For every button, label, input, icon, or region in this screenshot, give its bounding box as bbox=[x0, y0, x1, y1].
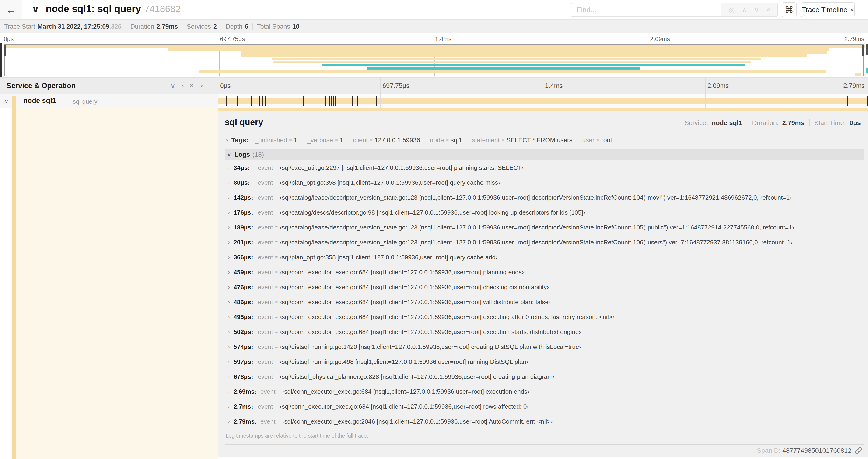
minimap-right-scrubber[interactable] bbox=[862, 45, 864, 56]
log-marker-tick[interactable] bbox=[265, 96, 266, 106]
log-row[interactable]: ›502μs:event=‹sql/conn_executor_exec.go:… bbox=[225, 324, 864, 339]
logs-header[interactable]: ∨ Logs (18) bbox=[225, 149, 864, 160]
tag-item[interactable]: statement=SELECT * FROM users bbox=[467, 137, 578, 144]
tag-item[interactable]: node=sql1 bbox=[425, 137, 467, 144]
chevron-right-icon[interactable]: › bbox=[228, 269, 230, 275]
log-row[interactable]: ›574μs:event=‹sql/distsql_running.go:142… bbox=[225, 339, 864, 354]
equals-icon: = bbox=[275, 269, 278, 275]
chevron-right-icon[interactable]: › bbox=[228, 254, 230, 261]
copy-link-icon[interactable] bbox=[855, 447, 862, 454]
log-marker-tick[interactable] bbox=[376, 96, 377, 106]
keyboard-shortcuts-button[interactable]: ⌘ bbox=[782, 2, 797, 17]
summary-label: Start Time: bbox=[814, 119, 848, 126]
log-row[interactable]: ›2.69ms:event=‹sql/conn_executor_exec.go… bbox=[225, 384, 864, 399]
chevron-right-icon[interactable]: › bbox=[228, 209, 230, 216]
divider bbox=[747, 120, 747, 126]
chevron-right-icon[interactable]: › bbox=[228, 403, 230, 410]
span-collapse-chevron-icon[interactable]: ∨ bbox=[4, 97, 9, 105]
log-marker-tick[interactable] bbox=[334, 96, 334, 106]
log-marker-tick[interactable] bbox=[329, 96, 330, 106]
log-marker-tick[interactable] bbox=[303, 96, 304, 106]
chevron-right-icon[interactable]: › bbox=[228, 239, 230, 245]
log-marker-tick[interactable] bbox=[325, 96, 326, 106]
chevron-right-icon[interactable]: › bbox=[228, 299, 230, 305]
log-row[interactable]: ›366μs:event=‹sql/plan_opt.go:358 [nsql1… bbox=[225, 250, 864, 265]
tag-key: node bbox=[430, 137, 444, 144]
column-resizer[interactable]: ‖ bbox=[214, 87, 217, 94]
chevron-right-icon[interactable]: › bbox=[228, 314, 230, 320]
expand-one-icon[interactable]: › bbox=[182, 81, 184, 90]
divider bbox=[221, 23, 221, 30]
log-marker-tick[interactable] bbox=[847, 96, 848, 106]
log-row[interactable]: ›2.79ms:event=‹sql/conn_executor_exec.go… bbox=[225, 414, 864, 429]
next-match-icon[interactable]: ∨ bbox=[754, 6, 759, 14]
tag-item[interactable]: _verbose=1 bbox=[302, 137, 348, 144]
log-row[interactable]: ›495μs:event=‹sql/conn_executor_exec.go:… bbox=[225, 309, 864, 324]
log-row[interactable]: ›142μs:event=‹sql/catalog/lease/descript… bbox=[225, 190, 864, 205]
minimap-canvas[interactable] bbox=[4, 44, 864, 76]
log-row[interactable]: ›34μs:event=‹sql/exec_util.go:2297 [nsql… bbox=[225, 160, 864, 175]
expand-all-icon[interactable]: » bbox=[200, 81, 204, 90]
chevron-right-icon[interactable]: › bbox=[228, 329, 230, 335]
chevron-right-icon[interactable]: › bbox=[226, 137, 228, 144]
prev-match-icon[interactable]: ∧ bbox=[742, 6, 747, 14]
chevron-right-icon[interactable]: › bbox=[228, 343, 230, 350]
log-marker-tick[interactable] bbox=[262, 96, 263, 106]
chevron-right-icon[interactable]: › bbox=[228, 388, 230, 395]
chevron-right-icon[interactable]: › bbox=[228, 373, 230, 380]
locate-icon[interactable]: ◎ bbox=[728, 6, 735, 14]
right-edge-scrubber[interactable] bbox=[866, 44, 868, 55]
log-marker-tick[interactable] bbox=[335, 96, 336, 106]
log-field-value: ‹sql/conn_executor_exec.go:684 [nsql1,cl… bbox=[280, 284, 549, 291]
tag-item[interactable]: user=root bbox=[578, 137, 617, 144]
log-marker-tick[interactable] bbox=[352, 96, 352, 106]
span-timeline-cell[interactable] bbox=[218, 94, 868, 108]
trace-info-label: Services bbox=[187, 23, 211, 30]
collapse-trace-chevron-icon[interactable]: ∨ bbox=[32, 4, 39, 14]
log-row[interactable]: ›486μs:event=‹sql/conn_executor_exec.go:… bbox=[225, 295, 864, 309]
log-row[interactable]: ›201μs:event=‹sql/catalog/lease/descript… bbox=[225, 235, 864, 250]
span-duration-bar[interactable] bbox=[218, 98, 868, 104]
log-field-key: event bbox=[258, 164, 273, 171]
chevron-right-icon[interactable]: › bbox=[228, 179, 230, 186]
tag-value: sql1 bbox=[451, 137, 462, 144]
log-field-key: event bbox=[258, 284, 273, 291]
log-row[interactable]: ›2.7ms:event=‹sql/conn_executor_exec.go:… bbox=[225, 399, 864, 414]
log-marker-tick[interactable] bbox=[226, 96, 227, 106]
tag-key: _unfinished bbox=[255, 137, 287, 144]
log-row[interactable]: ›597μs:event=‹sql/distsql_running.go:498… bbox=[225, 354, 864, 369]
minimap-left-scrubber[interactable] bbox=[4, 45, 6, 56]
log-marker-tick[interactable] bbox=[259, 96, 260, 106]
log-row[interactable]: ›678μs:event=‹sql/distsql_physical_plann… bbox=[225, 369, 864, 384]
log-row[interactable]: ›176μs:event=‹sql/catalog/descs/descript… bbox=[225, 205, 864, 220]
collapse-one-icon[interactable]: ∨ bbox=[170, 81, 176, 90]
equals-icon: = bbox=[275, 224, 278, 230]
log-marker-tick[interactable] bbox=[251, 96, 252, 106]
log-marker-tick[interactable] bbox=[331, 96, 332, 106]
ruler-tick-label: 0μs bbox=[220, 82, 231, 90]
chevron-right-icon[interactable]: › bbox=[228, 164, 230, 171]
log-row[interactable]: ›189μs:event=‹sql/catalog/lease/descript… bbox=[225, 220, 864, 235]
tag-item[interactable]: _unfinished=1 bbox=[250, 137, 302, 144]
tag-item[interactable]: client=127.0.0.1:59936 bbox=[348, 137, 425, 144]
tags-row[interactable]: › Tags: _unfinished=1_verbose=1client=12… bbox=[225, 132, 864, 149]
chevron-right-icon[interactable]: › bbox=[228, 284, 230, 290]
span-row[interactable]: ∨ node sql1 sql query bbox=[0, 94, 868, 108]
find-input[interactable] bbox=[571, 3, 721, 17]
right-edge-teal-mark bbox=[866, 68, 868, 73]
log-row[interactable]: ›476μs:event=‹sql/conn_executor_exec.go:… bbox=[225, 280, 864, 295]
log-marker-tick[interactable] bbox=[845, 96, 845, 106]
chevron-right-icon[interactable]: › bbox=[228, 224, 230, 231]
clear-find-icon[interactable]: × bbox=[766, 6, 771, 14]
trace-view-select[interactable]: Trace Timeline ∨ bbox=[801, 2, 855, 17]
log-marker-tick[interactable] bbox=[237, 96, 238, 106]
collapse-all-icon[interactable]: » bbox=[188, 84, 196, 88]
log-row[interactable]: ›459μs:event=‹sql/conn_executor_exec.go:… bbox=[225, 265, 864, 280]
back-button[interactable]: ← bbox=[0, 0, 22, 19]
chevron-right-icon[interactable]: › bbox=[228, 358, 230, 365]
tag-key: _verbose bbox=[307, 137, 333, 144]
log-marker-tick[interactable] bbox=[357, 96, 358, 106]
log-row[interactable]: ›80μs:event=‹sql/plan_opt.go:358 [nsql1,… bbox=[225, 175, 864, 190]
chevron-right-icon[interactable]: › bbox=[228, 194, 230, 201]
chevron-right-icon[interactable]: › bbox=[228, 418, 230, 425]
